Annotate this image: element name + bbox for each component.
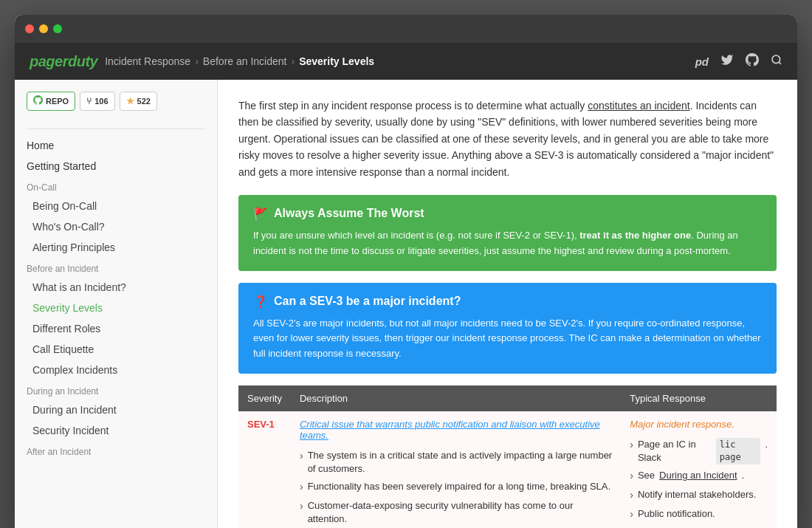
col-severity: Severity <box>238 385 291 411</box>
github-icon[interactable] <box>746 53 759 69</box>
sidebar-item-being-on-call[interactable]: Being On-Call <box>15 196 217 216</box>
inline-code: lic page <box>716 438 761 464</box>
list-item: Functionality has been severely impaired… <box>300 478 612 497</box>
list-item: Customer-data-exposing security vulnerab… <box>300 497 612 528</box>
sidebar-divider <box>27 128 205 129</box>
breadcrumb: Incident Response › Before an Incident ›… <box>105 55 374 67</box>
stars-count: 522 <box>137 97 151 106</box>
minimize-button[interactable] <box>39 24 48 33</box>
sidebar-item-severity-levels[interactable]: Severity Levels <box>15 298 217 318</box>
sidebar-item-call-etiquette[interactable]: Call Etiquette <box>15 339 217 360</box>
list-item: Notify internal stakeholders. <box>630 486 768 505</box>
callout-green-body: If you are unsure which level an inciden… <box>253 228 762 259</box>
list-item: Page an IC in Slack lic page. <box>630 436 768 467</box>
sev1-response-title: Major incident response. <box>630 419 768 430</box>
sidebar-section-before-incident: Before an Incident <box>15 258 217 277</box>
sidebar-section-oncall: On-Call <box>15 176 217 196</box>
question-icon: ❓ <box>253 295 268 309</box>
search-icon[interactable] <box>771 54 782 69</box>
intro-text: The first step in any incident response … <box>238 97 777 180</box>
table-row-sev1: SEV-1 Critical issue that warrants publi… <box>238 411 777 528</box>
sidebar-item-home[interactable]: Home <box>15 135 217 156</box>
twitter-icon[interactable] <box>720 53 734 69</box>
github-small-icon <box>33 95 43 107</box>
svg-point-0 <box>772 55 780 64</box>
sidebar-section-after-incident: After an Incident <box>15 441 217 460</box>
list-item: See During an Incident. <box>630 467 768 486</box>
sidebar-item-security-incident[interactable]: Security Incident <box>15 420 217 441</box>
sidebar-item-complex-incidents[interactable]: Complex Incidents <box>15 360 217 380</box>
forks-button[interactable]: ⑂ 106 <box>80 92 114 111</box>
breadcrumb-sep-1: › <box>195 55 199 67</box>
sev1-response-bullets: Page an IC in Slack lic page. See During… <box>630 436 768 524</box>
sidebar: REPO ⑂ 106 ★ 522 Home Getting Started On… <box>15 80 218 528</box>
traffic-lights <box>25 24 62 33</box>
sidebar-item-getting-started[interactable]: Getting Started <box>15 156 217 176</box>
app-window: pagerduty Incident Response › Before an … <box>15 15 797 528</box>
callout-green-title: 🚩 Always Assume The Worst <box>253 207 762 221</box>
breadcrumb-item-2[interactable]: Before an Incident <box>203 55 287 67</box>
forks-count: 106 <box>94 97 108 106</box>
breadcrumb-item-3: Severity Levels <box>299 55 374 67</box>
callout-always-assume-worst: 🚩 Always Assume The Worst If you are uns… <box>238 195 777 271</box>
maximize-button[interactable] <box>53 24 62 33</box>
sidebar-item-different-roles[interactable]: Different Roles <box>15 318 217 339</box>
nav-left: pagerduty Incident Response › Before an … <box>30 53 374 70</box>
col-response: Typical Response <box>621 385 777 411</box>
logo[interactable]: pagerduty <box>30 53 97 70</box>
main-layout: REPO ⑂ 106 ★ 522 Home Getting Started On… <box>15 80 797 528</box>
callout-sev3-major: ❓ Can a SEV-3 be a major incident? All S… <box>238 283 777 374</box>
sidebar-buttons: REPO ⑂ 106 ★ 522 <box>15 92 217 123</box>
title-bar <box>15 15 797 43</box>
stars-button[interactable]: ★ 522 <box>120 92 157 111</box>
repo-button[interactable]: REPO <box>27 92 75 111</box>
constitutes-link[interactable]: constitutes an incident <box>588 100 690 112</box>
close-button[interactable] <box>25 24 34 33</box>
content-area: The first step in any incident response … <box>218 80 797 528</box>
col-description: Description <box>291 385 621 411</box>
sidebar-section-during-incident: During an Incident <box>15 380 217 400</box>
sev1-desc-bullets: The system is in a critical state and is… <box>300 447 612 528</box>
sev1-desc-title[interactable]: Critical issue that warrants public noti… <box>300 419 612 441</box>
sidebar-item-what-is-incident[interactable]: What is an Incident? <box>15 277 217 298</box>
callout-blue-body: All SEV-2's are major incidents, but not… <box>253 316 762 362</box>
callout-blue-title: ❓ Can a SEV-3 be a major incident? <box>253 295 762 309</box>
sidebar-item-whos-on-call[interactable]: Who's On-Call? <box>15 216 217 237</box>
list-item: The system is in a critical state and is… <box>300 447 612 478</box>
star-icon: ★ <box>126 96 134 106</box>
flag-icon: 🚩 <box>253 207 268 221</box>
sev1-badge: SEV-1 <box>247 419 275 430</box>
nav-icons: pd <box>695 53 782 69</box>
sidebar-item-during-incident[interactable]: During an Incident <box>15 400 217 420</box>
during-incident-link[interactable]: During an Incident <box>659 469 737 482</box>
list-item: Public notification. <box>630 505 768 524</box>
fork-icon: ⑂ <box>86 96 92 106</box>
breadcrumb-item-1[interactable]: Incident Response <box>105 55 190 67</box>
repo-label: REPO <box>46 97 69 106</box>
sidebar-item-alerting-principles[interactable]: Alerting Principles <box>15 237 217 258</box>
severity-table: Severity Description Typical Response SE… <box>238 385 777 528</box>
top-nav: pagerduty Incident Response › Before an … <box>15 43 797 80</box>
pd-icon[interactable]: pd <box>695 55 709 68</box>
breadcrumb-sep-2: › <box>291 55 295 67</box>
